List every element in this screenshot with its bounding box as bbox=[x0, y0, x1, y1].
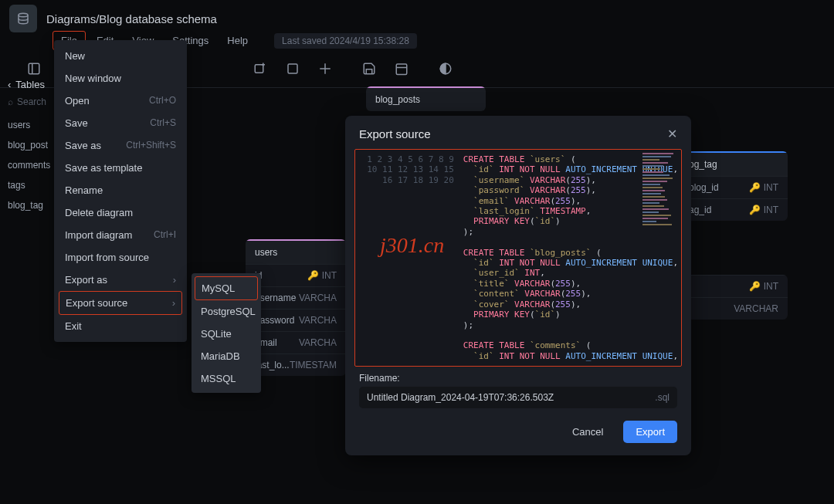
note-icon[interactable] bbox=[314, 58, 336, 79]
app-logo bbox=[9, 5, 37, 32]
file-menu-import-from-source[interactable]: Import from source bbox=[54, 246, 187, 269]
chevron-left-icon[interactable]: ‹ bbox=[8, 79, 11, 90]
submenu-mariadb[interactable]: MariaDB bbox=[192, 345, 261, 367]
table-tags[interactable]: 🔑 INT VARCHAR bbox=[680, 275, 788, 320]
export-button[interactable]: Export bbox=[623, 421, 677, 443]
filename-label: Filename: bbox=[359, 373, 677, 384]
sidebar-tables-header: Tables bbox=[15, 79, 45, 90]
sidebar-item-blog-tag[interactable]: blog_tag bbox=[8, 195, 46, 215]
cancel-button[interactable]: Cancel bbox=[560, 421, 615, 443]
file-menu-new-window[interactable]: New window bbox=[54, 67, 187, 90]
key-icon: 🔑 bbox=[749, 182, 761, 193]
file-menu-new[interactable]: New bbox=[54, 45, 187, 67]
search-input[interactable]: ⌕ Search bbox=[8, 96, 46, 107]
theme-icon[interactable] bbox=[435, 58, 456, 79]
watermark: j301.cn bbox=[380, 233, 444, 258]
file-menu-save-as-template[interactable]: Save as template bbox=[54, 157, 187, 179]
sidebar-item-blog-posts[interactable]: blog_post bbox=[8, 135, 46, 155]
file-menu-export-source[interactable]: Export source› bbox=[59, 291, 182, 315]
key-icon: 🔑 bbox=[749, 281, 761, 292]
file-menu-save-as[interactable]: Save asCtrl+Shift+S bbox=[54, 134, 187, 157]
sidebar-item-tags[interactable]: tags bbox=[8, 175, 46, 195]
export-source-modal: Export source ✕ 1 2 3 4 5 6 7 8 9 10 11 … bbox=[345, 116, 691, 455]
close-icon[interactable]: ✕ bbox=[667, 127, 677, 141]
svg-rect-6 bbox=[288, 64, 297, 73]
table-blog-posts[interactable]: blog_posts bbox=[366, 86, 486, 111]
shape-icon[interactable] bbox=[282, 58, 303, 79]
submenu-mysql[interactable]: MySQL bbox=[195, 276, 258, 300]
sql-editor[interactable]: 1 2 3 4 5 6 7 8 9 10 11 12 13 14 15 16 1… bbox=[354, 149, 682, 367]
file-menu-export-as[interactable]: Export as› bbox=[54, 269, 187, 291]
svg-rect-3 bbox=[255, 65, 263, 73]
submenu-postgresql[interactable]: PostgreSQL bbox=[192, 300, 261, 323]
table-blog-tag[interactable]: og_tag blog_id🔑 INT ag_id🔑 INT bbox=[680, 151, 788, 221]
add-table-icon[interactable] bbox=[249, 58, 271, 79]
file-dropdown: NewNew windowOpenCtrl+OSaveCtrl+SSave as… bbox=[54, 40, 187, 342]
file-menu-exit[interactable]: Exit bbox=[54, 315, 187, 337]
file-menu-rename[interactable]: Rename bbox=[54, 179, 187, 201]
svg-rect-7 bbox=[396, 64, 407, 75]
file-menu-save[interactable]: SaveCtrl+S bbox=[54, 112, 187, 134]
breadcrumb: Diagrams/Blog database schema bbox=[46, 12, 217, 25]
calendar-icon[interactable] bbox=[391, 58, 412, 79]
submenu-mssql[interactable]: MSSQL bbox=[192, 367, 261, 390]
modal-title: Export source bbox=[359, 127, 431, 140]
svg-point-0 bbox=[19, 13, 28, 17]
menu-help[interactable]: Help bbox=[219, 32, 256, 49]
filename-input[interactable]: Untitled Diagram_2024-04-19T07:36:26.503… bbox=[359, 387, 677, 408]
save-icon[interactable] bbox=[358, 58, 380, 79]
minimap bbox=[642, 153, 678, 230]
key-icon: 🔑 bbox=[749, 205, 761, 215]
file-menu-import-diagram[interactable]: Import diagramCtrl+I bbox=[54, 224, 187, 246]
svg-rect-1 bbox=[29, 63, 39, 74]
submenu-sqlite[interactable]: SQLite bbox=[192, 323, 261, 345]
file-menu-delete-diagram[interactable]: Delete diagram bbox=[54, 201, 187, 224]
export-source-submenu: MySQLPostgreSQLSQLiteMariaDBMSSQL bbox=[192, 273, 261, 393]
sidebar-item-comments[interactable]: comments bbox=[8, 155, 46, 175]
sidebar-item-users[interactable]: users bbox=[8, 115, 46, 135]
file-menu-open[interactable]: OpenCtrl+O bbox=[54, 90, 187, 112]
last-saved: Last saved 2024/4/19 15:38:28 bbox=[274, 33, 417, 49]
